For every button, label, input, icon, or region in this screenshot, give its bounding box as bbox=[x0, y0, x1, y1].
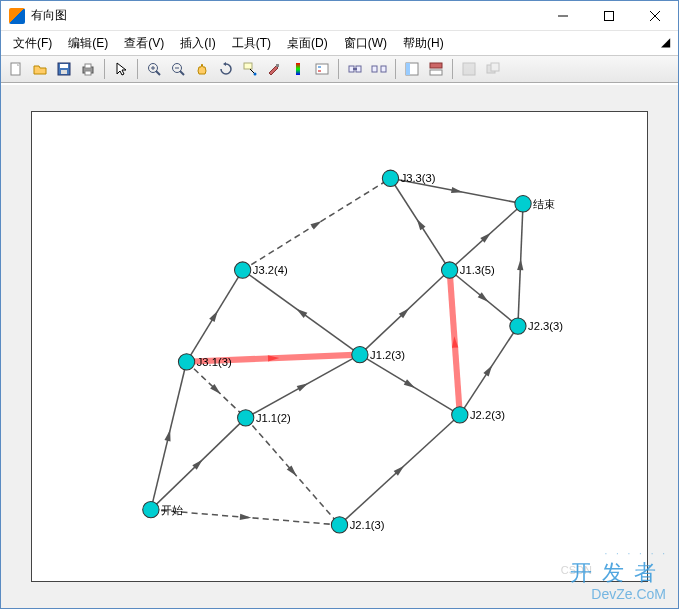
node-label-end: 结束 bbox=[533, 198, 555, 210]
rotate-icon[interactable] bbox=[215, 58, 237, 80]
menu-item-7[interactable]: 帮助(H) bbox=[395, 33, 452, 54]
svg-rect-37 bbox=[463, 63, 475, 75]
menu-bar: 文件(F)编辑(E)查看(V)插入(I)工具(T)桌面(D)窗口(W)帮助(H)… bbox=[1, 31, 678, 55]
menu-item-0[interactable]: 文件(F) bbox=[5, 33, 60, 54]
maximize-button[interactable] bbox=[586, 1, 632, 31]
svg-rect-34 bbox=[406, 63, 410, 75]
svg-line-17 bbox=[180, 71, 184, 75]
title-bar: 有向图 bbox=[1, 1, 678, 31]
node-label-j31: J3.1(3) bbox=[197, 356, 232, 368]
layout-icon[interactable] bbox=[425, 58, 447, 80]
zoom-in-icon[interactable] bbox=[143, 58, 165, 80]
svg-rect-20 bbox=[244, 63, 252, 69]
save-icon[interactable] bbox=[53, 58, 75, 80]
edge-arrow bbox=[483, 365, 492, 376]
edge-arrow bbox=[297, 383, 308, 391]
edge-arrow bbox=[417, 219, 426, 230]
legend-icon[interactable] bbox=[311, 58, 333, 80]
menu-item-5[interactable]: 桌面(D) bbox=[279, 33, 336, 54]
svg-rect-39 bbox=[491, 63, 499, 71]
edge-arrow bbox=[310, 221, 321, 230]
svg-rect-1 bbox=[605, 11, 614, 20]
zoom-out-icon[interactable] bbox=[167, 58, 189, 80]
svg-rect-31 bbox=[372, 66, 377, 72]
node-j21[interactable] bbox=[331, 517, 347, 533]
menu-item-3[interactable]: 插入(I) bbox=[172, 33, 223, 54]
plot-axes: 开始J1.1(2)J1.2(3)J1.3(5)J2.1(3)J2.2(3)J2.… bbox=[31, 111, 648, 582]
node-label-j12: J1.2(3) bbox=[370, 349, 405, 361]
svg-marker-19 bbox=[223, 62, 226, 66]
node-label-j22: J2.2(3) bbox=[470, 409, 505, 421]
watermark-en: DevZe.CoM bbox=[570, 586, 666, 602]
minimize-button[interactable] bbox=[540, 1, 586, 31]
colorbar-icon[interactable] bbox=[287, 58, 309, 80]
svg-rect-25 bbox=[316, 64, 328, 74]
node-j32[interactable] bbox=[234, 262, 250, 278]
svg-rect-35 bbox=[430, 63, 442, 68]
node-j23[interactable] bbox=[510, 318, 526, 334]
tile-icon bbox=[458, 58, 480, 80]
window-title: 有向图 bbox=[31, 7, 540, 24]
svg-rect-11 bbox=[85, 71, 91, 75]
menu-item-6[interactable]: 窗口(W) bbox=[336, 33, 395, 54]
dock-icon[interactable] bbox=[401, 58, 423, 80]
svg-rect-8 bbox=[61, 70, 67, 74]
plot-area: 开始J1.1(2)J1.2(3)J1.3(5)J2.1(3)J2.2(3)J2.… bbox=[1, 85, 678, 608]
menu-item-1[interactable]: 编辑(E) bbox=[60, 33, 116, 54]
menu-chevron-icon[interactable]: ◢ bbox=[661, 35, 670, 49]
new-file-icon[interactable] bbox=[5, 58, 27, 80]
svg-line-13 bbox=[156, 71, 160, 75]
menu-item-2[interactable]: 查看(V) bbox=[116, 33, 172, 54]
app-icon bbox=[9, 8, 25, 24]
node-label-start: 开始 bbox=[161, 504, 183, 516]
toolbar bbox=[1, 55, 678, 83]
edge-arrow bbox=[296, 309, 307, 318]
node-label-j11: J1.1(2) bbox=[256, 412, 291, 424]
edge-arrow bbox=[404, 379, 415, 388]
csdn-watermark: CSDN bbox=[561, 564, 592, 576]
edge-arrow bbox=[240, 514, 252, 520]
edge-arrow bbox=[209, 311, 218, 322]
node-j11[interactable] bbox=[238, 410, 254, 426]
node-j31[interactable] bbox=[178, 354, 194, 370]
link-icon[interactable] bbox=[344, 58, 366, 80]
svg-rect-24 bbox=[296, 63, 300, 75]
node-j33[interactable] bbox=[382, 170, 398, 186]
data-cursor-icon[interactable] bbox=[239, 58, 261, 80]
pan-icon[interactable] bbox=[191, 58, 213, 80]
svg-rect-36 bbox=[430, 70, 442, 75]
directed-graph: 开始J1.1(2)J1.2(3)J1.3(5)J2.1(3)J2.2(3)J2.… bbox=[32, 112, 647, 581]
svg-rect-23 bbox=[276, 64, 279, 67]
float-icon bbox=[482, 58, 504, 80]
node-j12[interactable] bbox=[352, 347, 368, 363]
edge-arrow bbox=[451, 187, 463, 193]
open-folder-icon[interactable] bbox=[29, 58, 51, 80]
node-end[interactable] bbox=[515, 196, 531, 212]
svg-rect-10 bbox=[85, 64, 91, 68]
brush-icon[interactable] bbox=[263, 58, 285, 80]
node-label-j33: J3.3(3) bbox=[401, 172, 436, 184]
node-label-j32: J3.2(4) bbox=[253, 264, 288, 276]
node-start[interactable] bbox=[143, 501, 159, 517]
svg-point-22 bbox=[254, 73, 257, 76]
node-j22[interactable] bbox=[452, 407, 468, 423]
unlink-icon[interactable] bbox=[368, 58, 390, 80]
node-j13[interactable] bbox=[441, 262, 457, 278]
edge-arrow bbox=[164, 430, 170, 442]
close-button[interactable] bbox=[632, 1, 678, 31]
node-label-j23: J2.3(3) bbox=[528, 320, 563, 332]
print-icon[interactable] bbox=[77, 58, 99, 80]
svg-rect-32 bbox=[381, 66, 386, 72]
edge-arrow bbox=[517, 259, 523, 270]
pointer-icon[interactable] bbox=[110, 58, 132, 80]
node-label-j21: J2.1(3) bbox=[350, 519, 385, 531]
menu-item-4[interactable]: 工具(T) bbox=[224, 33, 279, 54]
svg-rect-7 bbox=[60, 64, 68, 68]
node-label-j13: J1.3(5) bbox=[460, 264, 495, 276]
